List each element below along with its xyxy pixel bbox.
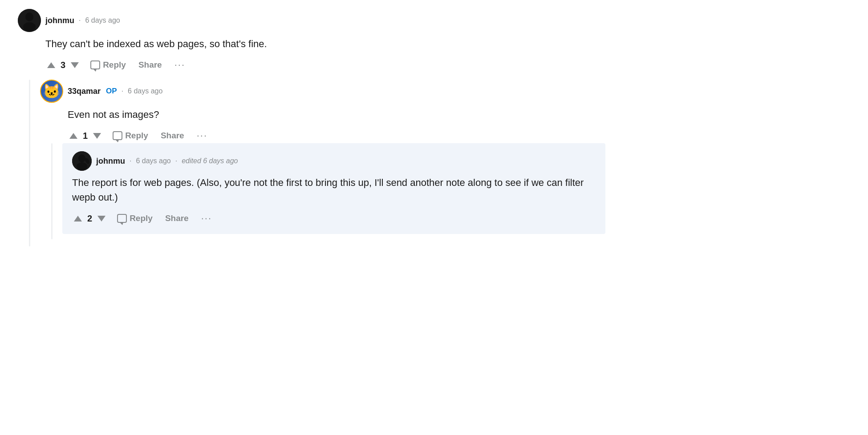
reply-btn-3[interactable]: Reply [114,212,155,225]
vote-count-2: 1 [83,131,88,141]
comment-header-2: 🐱 33qamar OP · 6 days ago [40,80,605,103]
comment-header-1: johnmu · 6 days ago [18,9,605,32]
downvote-arrow-icon-3 [97,216,105,222]
avatar-johnmu-1 [18,9,41,32]
vote-group-1: 3 [45,60,81,70]
username-33qamar: 33qamar [68,87,101,96]
upvote-btn-3[interactable] [72,214,84,223]
more-btn-2[interactable]: ··· [194,128,210,143]
reply-label-3: Reply [130,213,153,223]
reply-label-2: Reply [125,131,148,141]
reply-btn-1[interactable]: Reply [88,58,129,72]
downvote-btn-2[interactable] [91,131,103,141]
vote-group-3: 2 [72,213,107,224]
more-icon-1: ··· [174,59,185,70]
timestamp-3: 6 days ago [136,157,170,165]
comment-actions-1: 3 Reply Share ··· [45,57,605,72]
share-btn-1[interactable]: Share [136,58,165,72]
avatar-33qamar: 🐱 [40,80,63,103]
indent-line-2 [29,80,30,246]
comment-2: 🐱 33qamar OP · 6 days ago Even not as im… [40,80,605,239]
upvote-arrow-icon-3 [74,216,82,222]
comment-thread: johnmu · 6 days ago They can't be indexe… [0,9,623,246]
vote-count-3: 2 [87,213,92,224]
nested-reply-wrapper: johnmu · 6 days ago · edited 6 days ago … [40,143,605,239]
svg-point-5 [77,162,87,170]
share-label-2: Share [161,131,184,141]
reply-header-3: johnmu · 6 days ago · edited 6 days ago [72,151,596,171]
edited-label-3: edited 6 days ago [182,157,238,165]
deep-indent-line [51,143,53,239]
svg-point-2 [23,22,36,31]
vote-group-2: 1 [68,131,103,141]
share-btn-2[interactable]: Share [158,129,187,142]
comment-text-3: The report is for web pages. (Also, you'… [72,175,596,205]
reply-icon-3 [117,214,127,223]
upvote-arrow-icon-2 [69,133,77,139]
vote-count-1: 3 [61,60,65,70]
timestamp-1: 6 days ago [85,16,120,24]
upvote-arrow-icon-1 [47,62,55,68]
indent-wrapper-2: 🐱 33qamar OP · 6 days ago Even not as im… [18,80,605,246]
timestamp-2: 6 days ago [128,87,162,95]
svg-point-4 [78,154,85,162]
more-btn-3[interactable]: ··· [199,211,215,226]
op-badge: OP [106,87,117,96]
downvote-arrow-icon-1 [71,62,79,68]
comment-text-1: They can't be indexed as web pages, so t… [45,36,605,51]
username-johnmu-1: johnmu [45,16,74,25]
comment-body-2: Even not as images? 1 Reply [40,107,605,143]
upvote-btn-2[interactable] [68,131,79,141]
comment-body-1: They can't be indexed as web pages, so t… [18,36,605,72]
downvote-btn-1[interactable] [69,60,81,70]
reply-content-3: johnmu · 6 days ago · edited 6 days ago … [62,143,605,234]
avatar-johnmu-3 [72,151,92,171]
more-icon-3: ··· [201,213,212,224]
reply-icon-2 [113,131,122,140]
username-johnmu-3: johnmu [96,157,125,166]
comment-1: johnmu · 6 days ago They can't be indexe… [18,9,605,72]
comment-actions-3: 2 Reply Share ··· [72,211,596,226]
comment-actions-2: 1 Reply Share ··· [68,128,605,143]
share-label-3: Share [165,213,189,223]
share-label-1: Share [138,60,162,70]
svg-point-1 [25,12,33,21]
more-icon-2: ··· [197,130,207,141]
share-btn-3[interactable]: Share [162,212,191,225]
downvote-arrow-icon-2 [93,133,101,139]
comment-text-2: Even not as images? [68,107,605,122]
more-btn-1[interactable]: ··· [172,57,188,72]
upvote-btn-1[interactable] [45,60,57,70]
downvote-btn-3[interactable] [96,214,107,223]
reply-label-1: Reply [103,60,126,70]
reply-btn-2[interactable]: Reply [110,129,151,142]
reply-icon-1 [90,60,100,69]
